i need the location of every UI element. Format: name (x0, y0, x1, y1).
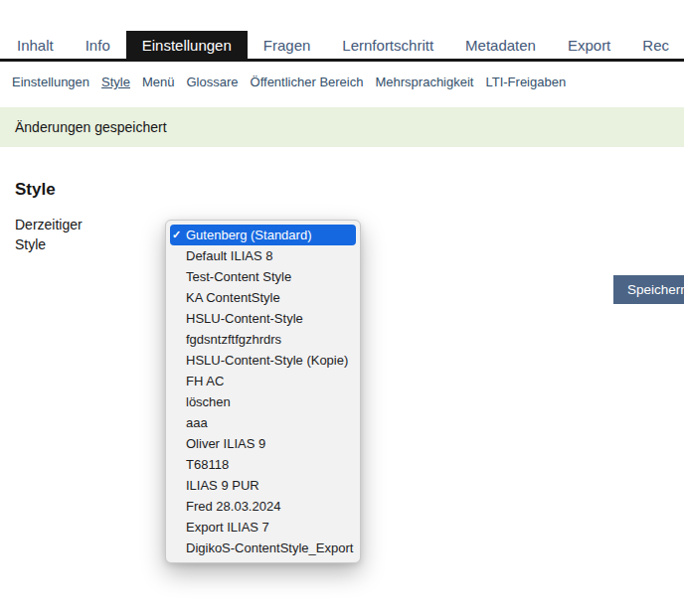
dropdown-option-fgdsntzftfgzhrdrs[interactable]: fgdsntzftfgzhrdrs (166, 329, 360, 350)
dropdown-option-label: Test-Content Style (186, 269, 291, 284)
dropdown-option-fh-ac[interactable]: FH AC (166, 371, 360, 391)
success-message: Änderungen gespeichert (0, 107, 684, 147)
subnav-item-menü[interactable]: Menü (142, 75, 175, 89)
tab-export[interactable]: Export (552, 31, 626, 59)
main-tabbar: InhaltInfoEinstellungenFragenLernfortsch… (0, 31, 684, 62)
tab-inhalt[interactable]: Inhalt (1, 31, 70, 59)
dropdown-option-gutenberg-standard[interactable]: ✓Gutenberg (Standard) (170, 225, 356, 245)
dropdown-option-aaa[interactable]: aaa (166, 412, 360, 433)
dropdown-option-export-ilias-7[interactable]: Export ILIAS 7 (166, 517, 360, 538)
dropdown-option-label: T68118 (186, 457, 229, 472)
subnav-item-lti-freigaben[interactable]: LTI-Freigaben (485, 75, 566, 89)
tab-metadaten[interactable]: Metadaten (449, 31, 552, 59)
dropdown-option-digikos-contentstyle-export[interactable]: DigikoS-ContentStyle_Export (166, 538, 360, 558)
save-button[interactable]: Speichern (613, 275, 684, 304)
subnav-item-öffentlicher-bereich[interactable]: Öffentlicher Bereich (251, 75, 364, 89)
dropdown-option-hslu-content-style-kopie[interactable]: HSLU-Content-Style (Kopie) (166, 350, 360, 371)
tab-lernfortschritt[interactable]: Lernfortschritt (326, 31, 449, 59)
subnav-item-mehrsprachigkeit[interactable]: Mehrsprachigkeit (375, 75, 473, 89)
dropdown-option-hslu-content-style[interactable]: HSLU-Content-Style (166, 308, 360, 329)
dropdown-option-ilias-9-pur[interactable]: ILIAS 9 PUR (166, 475, 360, 496)
dropdown-option-oliver-ilias-9[interactable]: Oliver ILIAS 9 (166, 433, 360, 454)
dropdown-option-default-ilias-8[interactable]: Default ILIAS 8 (166, 245, 360, 266)
page-title: Style (15, 180, 684, 200)
dropdown-option-label: Default ILIAS 8 (186, 248, 272, 263)
dropdown-option-label: DigikoS-ContentStyle_Export (186, 540, 353, 555)
dropdown-option-label: fgdsntzftfgzhrdrs (186, 332, 281, 347)
tab-fragen[interactable]: Fragen (248, 31, 327, 59)
dropdown-option-label: HSLU-Content-Style (Kopie) (186, 353, 348, 368)
tab-einstellungen[interactable]: Einstellungen (126, 31, 248, 59)
dropdown-option-löschen[interactable]: löschen (166, 391, 360, 412)
subnav-item-glossare[interactable]: Glossare (187, 75, 239, 89)
dropdown-option-test-content-style[interactable]: Test-Content Style (166, 266, 360, 287)
dropdown-option-label: Fred 28.03.2024 (186, 499, 280, 514)
style-dropdown-popup: ✓Gutenberg (Standard)Default ILIAS 8Test… (165, 220, 361, 563)
dropdown-option-label: ILIAS 9 PUR (186, 478, 259, 493)
dropdown-option-t68118[interactable]: T68118 (166, 454, 360, 475)
dropdown-option-label: aaa (186, 415, 208, 430)
dropdown-option-label: KA ContentStyle (186, 290, 280, 305)
dropdown-option-fred-28-03-2024[interactable]: Fred 28.03.2024 (166, 496, 360, 517)
tab-rec[interactable]: Rec (626, 31, 684, 59)
subnav-item-style[interactable]: Style (101, 75, 130, 89)
dropdown-option-label: Gutenberg (Standard) (186, 228, 311, 242)
dropdown-option-label: HSLU-Content-Style (186, 311, 303, 326)
dropdown-option-label: Export ILIAS 7 (186, 520, 269, 535)
sub-navigation: EinstellungenStyleMenüGlossareÖffentlich… (0, 62, 684, 89)
current-style-label: Derzeitiger Style (15, 215, 114, 255)
dropdown-option-ka-contentstyle[interactable]: KA ContentStyle (166, 287, 360, 308)
dropdown-option-label: Oliver ILIAS 9 (186, 436, 265, 451)
checkmark-icon: ✓ (172, 229, 186, 241)
subnav-item-einstellungen[interactable]: Einstellungen (12, 75, 89, 89)
tab-info[interactable]: Info (70, 31, 126, 59)
dropdown-option-label: löschen (186, 394, 231, 409)
dropdown-option-label: FH AC (186, 374, 224, 388)
